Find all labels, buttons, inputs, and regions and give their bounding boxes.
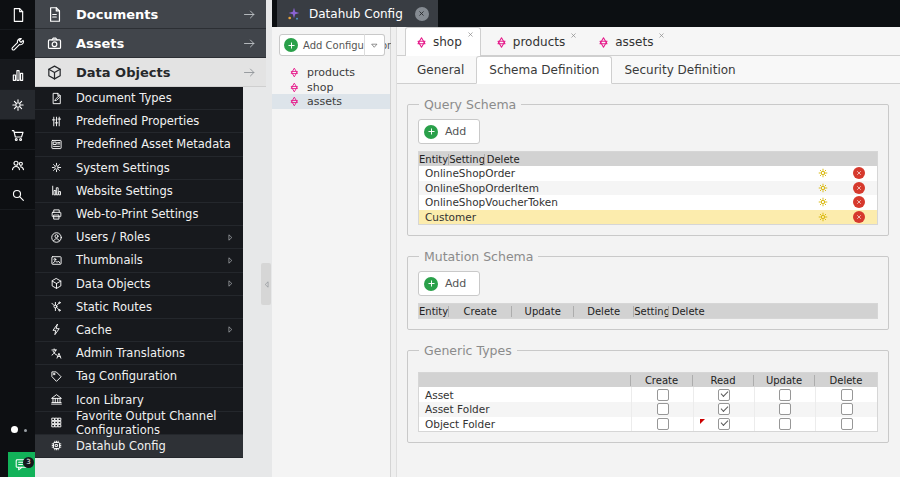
create-checkbox-cell[interactable]	[631, 387, 693, 402]
cube-icon	[50, 277, 63, 290]
submenu-item[interactable]: System Settings	[35, 157, 243, 180]
checkbox	[657, 389, 669, 401]
submenu-item-label: Web-to-Print Settings	[76, 207, 198, 221]
submenu-item-label: Document Types	[76, 91, 172, 105]
iconbar-item[interactable]	[0, 0, 35, 30]
query-add-label: Add	[445, 125, 466, 138]
query-table-row[interactable]: OnlineShopVoucherToken	[419, 195, 877, 210]
mutation-schema-table: EntityCreateUpdateDeleteSettingsDelete	[418, 303, 878, 319]
entity-cell: OnlineShopVoucherToken	[419, 195, 805, 210]
submenu-item[interactable]: Data Objects	[35, 273, 243, 296]
definition-subtab[interactable]: Schema Definition	[476, 56, 612, 84]
submenu-item[interactable]: Predefined Properties	[35, 110, 243, 133]
menu-header[interactable]: Documents	[35, 0, 266, 29]
delete-cell[interactable]	[841, 166, 877, 181]
pimcore-admin-window: 3 Documents Assets Data Objects Document…	[0, 0, 900, 477]
iconbar-item[interactable]	[0, 120, 35, 150]
query-table-row[interactable]: OnlineShopOrder	[419, 166, 877, 181]
menu-header[interactable]: Assets	[35, 29, 266, 58]
submenu-item[interactable]: Favorite Output Channel Configurations	[35, 412, 243, 435]
column-header: Create	[631, 375, 693, 386]
schema-definition-content: Query Schema Add EntitySettingsDelete	[397, 84, 900, 477]
checkbox	[657, 418, 669, 430]
submenu-item[interactable]: Website Settings	[35, 180, 243, 203]
settings-cell[interactable]	[805, 210, 841, 225]
submenu-item-label: Users / Roles	[76, 230, 150, 244]
settings-cell[interactable]	[805, 166, 841, 181]
update-checkbox-cell[interactable]	[754, 387, 815, 402]
update-checkbox-cell[interactable]	[754, 417, 815, 432]
submenu-item[interactable]: Predefined Asset Metadata	[35, 133, 243, 156]
entity-cell: OnlineShopOrder	[419, 166, 805, 181]
submenu-item[interactable]: Thumbnails	[35, 249, 243, 272]
menu-header[interactable]: Data Objects	[35, 58, 266, 87]
read-checkbox-cell[interactable]	[693, 417, 754, 432]
add-configuration-button[interactable]: Add Configuration	[279, 34, 365, 56]
definition-subtab[interactable]: General	[405, 57, 476, 83]
configuration-tree-item[interactable]: shop	[272, 80, 390, 95]
create-checkbox-cell[interactable]	[631, 417, 693, 432]
delete-checkbox-cell[interactable]	[815, 387, 877, 402]
query-table-row[interactable]: Customer	[419, 210, 877, 225]
delete-cell[interactable]	[841, 181, 877, 196]
submenu-item[interactable]: Admin Translations	[35, 342, 243, 365]
query-add-button[interactable]: Add	[418, 119, 480, 144]
settings-cell[interactable]	[805, 195, 841, 210]
read-checkbox-cell[interactable]	[693, 402, 754, 417]
chevron-right-icon	[226, 256, 235, 265]
filetext-icon	[46, 6, 63, 23]
checkbox	[841, 389, 853, 401]
settings-cell[interactable]	[805, 181, 841, 196]
definition-subtab[interactable]: Security Definition	[612, 57, 747, 83]
configuration-tab-label: products	[513, 35, 565, 49]
submenu-item[interactable]: Users / Roles	[35, 226, 243, 249]
configuration-tab[interactable]: products	[486, 29, 583, 55]
routes-icon	[50, 300, 63, 313]
delete-cell[interactable]	[841, 210, 877, 225]
iconbar-item[interactable]	[0, 90, 35, 120]
configuration-tab[interactable]: shop	[405, 27, 481, 56]
generic-table-row: Asset	[419, 387, 877, 402]
submenu-item[interactable]: Cache	[35, 319, 243, 342]
add-configuration-dropdown[interactable]	[364, 34, 385, 56]
delete-checkbox-cell[interactable]	[815, 417, 877, 432]
query-table-row[interactable]: OnlineShopOrderItem	[419, 181, 877, 196]
close-icon[interactable]	[415, 7, 429, 21]
delete-cell[interactable]	[841, 195, 877, 210]
workspace-tab-datahub[interactable]: Datahub Config	[277, 0, 438, 27]
read-checkbox-cell[interactable]	[693, 387, 754, 402]
column-header: Delete	[815, 375, 877, 386]
column-header: Settings	[634, 306, 669, 317]
update-checkbox-cell[interactable]	[754, 402, 815, 417]
gear-icon	[817, 196, 829, 208]
tab-close-icon[interactable]	[658, 32, 665, 39]
column-header: Update	[512, 306, 574, 317]
search-icon	[10, 187, 26, 203]
printer-icon	[50, 208, 63, 221]
submenu-item[interactable]: Tag Configuration	[35, 365, 243, 388]
iconbar-item[interactable]	[0, 30, 35, 60]
delete-checkbox-cell[interactable]	[815, 402, 877, 417]
plus-icon	[284, 38, 298, 52]
configuration-tab[interactable]: assets	[588, 29, 671, 55]
overflow-dots	[0, 424, 35, 436]
submenu-item[interactable]: Datahub Config	[35, 435, 243, 458]
submenu-item[interactable]: Static Routes	[35, 296, 243, 319]
mutation-schema-legend: Mutation Schema	[419, 249, 538, 264]
tab-close-icon[interactable]	[467, 31, 474, 38]
submenu-item[interactable]: Web-to-Print Settings	[35, 203, 243, 226]
generic-types-legend: Generic Types	[419, 343, 517, 358]
column-header: Create	[449, 306, 512, 317]
mutation-add-button[interactable]: Add	[418, 271, 480, 296]
configuration-tree-item[interactable]: assets	[272, 94, 390, 109]
iconbar-item[interactable]	[0, 60, 35, 90]
configuration-tree-item[interactable]: products	[272, 65, 390, 80]
hexagram-icon	[289, 67, 300, 78]
chat-button[interactable]: 3	[8, 452, 35, 477]
iconbar-item[interactable]	[0, 150, 35, 180]
panel-collapse-handle[interactable]	[261, 263, 271, 305]
create-checkbox-cell[interactable]	[631, 402, 693, 417]
tab-close-icon[interactable]	[570, 32, 577, 39]
iconbar-item[interactable]	[0, 180, 35, 210]
submenu-item[interactable]: Document Types	[35, 87, 243, 110]
